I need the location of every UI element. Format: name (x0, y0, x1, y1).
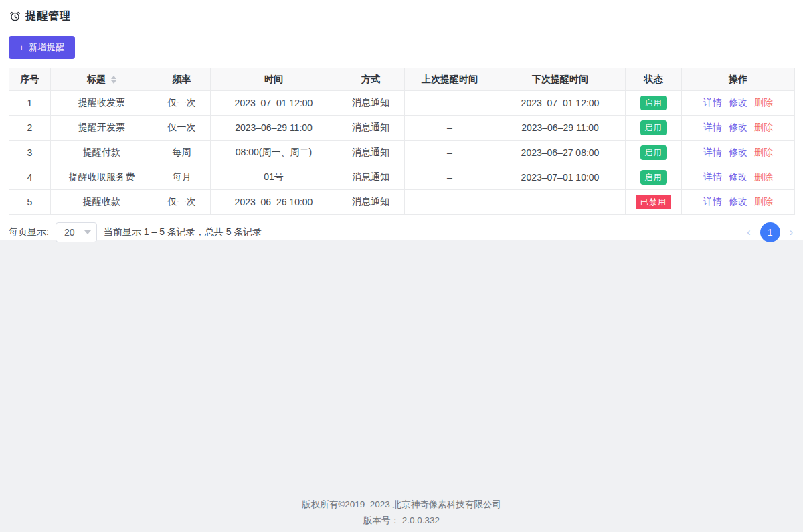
detail-link[interactable]: 详情 (703, 97, 722, 108)
edit-link[interactable]: 修改 (729, 171, 747, 182)
table-row: 2 提醒开发票 仅一次 2023–06–29 11:00 消息通知 – 2023… (9, 116, 795, 141)
cell-no: 4 (9, 165, 51, 190)
col-header-no: 序号 (9, 68, 51, 91)
cell-last-time: – (405, 190, 495, 215)
cell-no: 2 (9, 116, 51, 141)
table-row: 5 提醒收款 仅一次 2023–06–26 10:00 消息通知 – – 已禁用… (9, 190, 795, 215)
cell-next-time: 2023–06–27 08:00 (495, 141, 626, 165)
cell-operation: 详情修改删除 (682, 116, 795, 141)
cell-frequency: 仅一次 (153, 190, 211, 215)
cell-method: 消息通知 (337, 91, 405, 116)
cell-title: 提醒付款 (51, 141, 153, 165)
copyright-text: 版权所有©2019–2023 北京神奇像素科技有限公司 (0, 497, 803, 513)
col-header-operation: 操作 (682, 68, 795, 91)
prev-page-button[interactable]: ‹ (747, 227, 750, 238)
plus-icon: + (19, 43, 25, 52)
col-header-last-time: 上次提醒时间 (405, 68, 495, 91)
table-row: 3 提醒付款 每周 08:00(周一、周二) 消息通知 – 2023–06–27… (9, 141, 795, 165)
cell-no: 3 (9, 141, 51, 165)
per-page-select[interactable]: 20 (56, 222, 97, 242)
cell-last-time: – (405, 165, 495, 190)
detail-link[interactable]: 详情 (703, 147, 722, 157)
col-header-method: 方式 (337, 68, 405, 91)
status-badge: 启用 (640, 120, 667, 135)
cell-last-time: – (405, 91, 495, 116)
cell-next-time: 2023–07–01 12:00 (495, 91, 626, 116)
pagination-bar: 每页显示: 20 当前显示 1 – 5 条记录，总共 5 条记录 ‹ 1 › (9, 222, 794, 242)
cell-title: 提醒收取服务费 (51, 165, 153, 190)
delete-link[interactable]: 删除 (754, 97, 773, 108)
cell-title: 提醒收款 (51, 190, 153, 215)
cell-no: 5 (9, 190, 51, 215)
cell-time: 2023–06–29 11:00 (211, 116, 337, 141)
reminder-table: 序号 标题 频率 时间 方式 上次提醒时间 下次提醒时间 状态 操作 1 提醒 (9, 68, 795, 215)
delete-link[interactable]: 删除 (754, 171, 773, 182)
cell-status: 启用 (626, 91, 682, 116)
cell-status: 已禁用 (626, 190, 682, 215)
status-badge: 启用 (640, 170, 667, 185)
cell-last-time: – (405, 116, 495, 141)
version-text: 版本号： 2.0.0.332 (0, 513, 803, 529)
edit-link[interactable]: 修改 (729, 147, 747, 157)
cell-status: 启用 (626, 165, 682, 190)
table-row: 1 提醒收发票 仅一次 2023–07–01 12:00 消息通知 – 2023… (9, 91, 795, 116)
cell-time: 01号 (211, 165, 337, 190)
detail-link[interactable]: 详情 (703, 122, 722, 132)
chevron-down-icon (84, 230, 91, 234)
cell-next-time: – (495, 190, 626, 215)
edit-link[interactable]: 修改 (729, 122, 747, 132)
cell-no: 1 (9, 91, 51, 116)
cell-frequency: 仅一次 (153, 91, 211, 116)
add-reminder-label: 新增提醒 (29, 41, 65, 54)
status-badge: 启用 (640, 96, 667, 110)
per-page-label: 每页显示: (9, 226, 49, 238)
cell-time: 2023–07–01 12:00 (211, 91, 337, 116)
status-badge: 已禁用 (636, 195, 671, 209)
records-summary: 当前显示 1 – 5 条记录，总共 5 条记录 (104, 226, 262, 238)
cell-status: 启用 (626, 141, 682, 165)
detail-link[interactable]: 详情 (703, 171, 722, 182)
cell-operation: 详情修改删除 (682, 91, 795, 116)
edit-link[interactable]: 修改 (729, 196, 747, 207)
sort-caret-icon[interactable] (111, 76, 116, 84)
cell-status: 启用 (626, 116, 682, 141)
cell-method: 消息通知 (337, 141, 405, 165)
cell-time: 2023–06–26 10:00 (211, 190, 337, 215)
delete-link[interactable]: 删除 (754, 196, 773, 207)
cell-title: 提醒收发票 (51, 91, 153, 116)
cell-method: 消息通知 (337, 116, 405, 141)
cell-method: 消息通知 (337, 165, 405, 190)
cell-next-time: 2023–06–29 11:00 (495, 116, 626, 141)
table-row: 4 提醒收取服务费 每月 01号 消息通知 – 2023–07–01 10:00… (9, 165, 795, 190)
add-reminder-button[interactable]: + 新增提醒 (9, 36, 75, 59)
page-title: 提醒管理 (25, 9, 71, 23)
page-number-button[interactable]: 1 (760, 222, 780, 242)
cell-operation: 详情修改删除 (682, 165, 795, 190)
alarm-clock-icon (9, 11, 21, 22)
cell-title: 提醒开发票 (51, 116, 153, 141)
cell-frequency: 每周 (153, 141, 211, 165)
table-header-row: 序号 标题 频率 时间 方式 上次提醒时间 下次提醒时间 状态 操作 (9, 68, 795, 91)
cell-frequency: 仅一次 (153, 116, 211, 141)
cell-frequency: 每月 (153, 165, 211, 190)
cell-last-time: – (405, 141, 495, 165)
main-content: 提醒管理 + 新增提醒 序号 标题 频率 时间 方式 上次提 (0, 0, 803, 240)
page-header: 提醒管理 (9, 9, 794, 23)
page-footer: 版权所有©2019–2023 北京神奇像素科技有限公司 版本号： 2.0.0.3… (0, 497, 803, 532)
cell-operation: 详情修改删除 (682, 141, 795, 165)
col-header-status: 状态 (626, 68, 682, 91)
cell-operation: 详情修改删除 (682, 190, 795, 215)
cell-next-time: 2023–07–01 10:00 (495, 165, 626, 190)
col-header-time: 时间 (211, 68, 337, 91)
detail-link[interactable]: 详情 (703, 196, 722, 207)
cell-method: 消息通知 (337, 190, 405, 215)
per-page-value: 20 (64, 227, 75, 238)
col-header-frequency: 频率 (153, 68, 211, 91)
delete-link[interactable]: 删除 (754, 147, 773, 157)
edit-link[interactable]: 修改 (729, 97, 747, 108)
next-page-button[interactable]: › (790, 227, 793, 238)
col-header-title[interactable]: 标题 (51, 68, 153, 91)
col-header-next-time: 下次提醒时间 (495, 68, 626, 91)
delete-link[interactable]: 删除 (754, 122, 773, 132)
status-badge: 启用 (640, 145, 667, 160)
